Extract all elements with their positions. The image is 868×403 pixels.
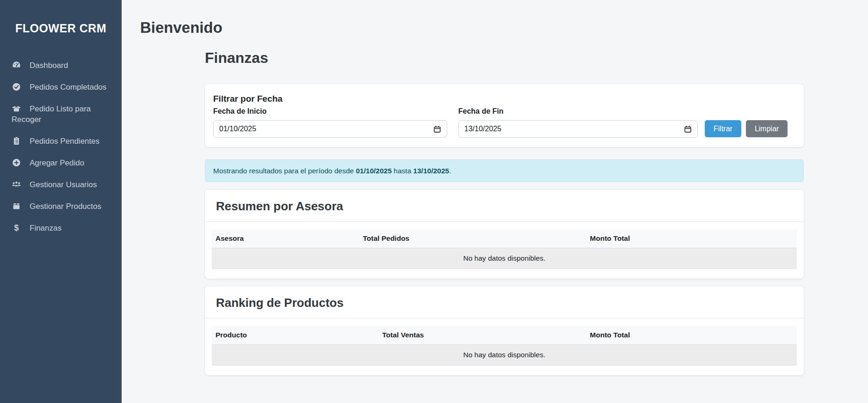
alert-end-date: 13/10/2025 xyxy=(413,167,449,175)
summary-table: Asesora Total Pedidos Monto Total No hay… xyxy=(212,229,797,269)
column-header-monto-total: Monto Total xyxy=(586,326,797,345)
clipboard-list-icon xyxy=(12,136,21,146)
sidebar-item-label: Agregar Pedido xyxy=(30,159,84,167)
users-icon xyxy=(12,180,21,189)
box-open-icon xyxy=(12,104,21,113)
sidebar-nav: Dashboard Pedidos Completados Pedido Lis… xyxy=(0,55,122,239)
summary-card: Resumen por Asesora Asesora Total Pedido… xyxy=(205,190,804,279)
sidebar-item-dashboard[interactable]: Dashboard xyxy=(0,55,122,76)
sidebar-item-gestionar-usuarios[interactable]: Gestionar Usuarios xyxy=(0,174,122,195)
page-title: Bienvenido xyxy=(140,18,868,37)
table-header-row: Producto Total Ventas Monto Total xyxy=(212,326,797,345)
main-content: Bienvenido Finanzas Filtrar por Fecha Fe… xyxy=(122,0,868,403)
calendar-icon[interactable] xyxy=(684,125,692,133)
sidebar-item-label: Gestionar Usuarios xyxy=(30,180,97,189)
sidebar-item-label: Pedidos Pendientes xyxy=(30,137,99,146)
sidebar-item-finanzas[interactable]: $Finanzas xyxy=(0,217,122,239)
alert-start-date: 01/10/2025 xyxy=(356,167,392,175)
box-icon xyxy=(12,202,21,211)
app-window: FLOOWER CRM Dashboard Pedidos Completado… xyxy=(0,0,868,403)
end-date-input[interactable]: 13/10/2025 xyxy=(458,120,698,138)
ranking-table: Producto Total Ventas Monto Total No hay… xyxy=(212,326,797,366)
empty-state-message: No hay datos disponibles. xyxy=(212,248,797,269)
empty-state-message: No hay datos disponibles. xyxy=(212,345,797,366)
end-date-label: Fecha de Fin xyxy=(458,107,698,116)
alert-text: Mostrando resultados para el período des… xyxy=(213,167,356,175)
table-row: No hay datos disponibles. xyxy=(212,345,797,366)
calendar-icon[interactable] xyxy=(433,125,441,133)
start-date-input[interactable]: 01/10/2025 xyxy=(213,120,447,138)
ranking-card-title: Ranking de Productos xyxy=(205,287,804,318)
sidebar-item-label: Finanzas xyxy=(30,224,62,232)
tachometer-icon xyxy=(12,61,21,70)
start-date-label: Fecha de Inicio xyxy=(213,107,447,116)
limpiar-button[interactable]: Limpiar xyxy=(746,120,788,137)
table-row: No hay datos disponibles. xyxy=(212,248,797,269)
plus-circle-icon xyxy=(12,158,21,167)
brand-title: FLOOWER CRM xyxy=(0,0,122,35)
end-date-value: 13/10/2025 xyxy=(464,125,501,133)
start-date-value: 01/10/2025 xyxy=(219,125,256,133)
sidebar-item-label: Pedido Listo para Recoger xyxy=(12,104,91,124)
ranking-card: Ranking de Productos Producto Total Vent… xyxy=(205,287,804,375)
sidebar-item-pedido-listo[interactable]: Pedido Listo para Recoger xyxy=(0,98,122,130)
section-title-finanzas: Finanzas xyxy=(205,49,804,67)
sidebar-item-label: Pedidos Completados xyxy=(30,83,106,92)
filter-card: Filtrar por Fecha Fecha de Inicio 01/10/… xyxy=(205,84,804,147)
check-circle-icon xyxy=(12,82,21,92)
column-header-total-pedidos: Total Pedidos xyxy=(359,229,586,248)
column-header-monto-total: Monto Total xyxy=(586,229,797,248)
alert-text: hasta xyxy=(392,167,413,175)
table-header-row: Asesora Total Pedidos Monto Total xyxy=(212,229,797,248)
alert-text: . xyxy=(449,167,451,175)
sidebar-item-label: Gestionar Productos xyxy=(30,202,101,211)
sidebar-item-agregar-pedido[interactable]: Agregar Pedido xyxy=(0,152,122,174)
column-header-asesora: Asesora xyxy=(212,229,359,248)
period-info-alert: Mostrando resultados para el período des… xyxy=(205,159,804,182)
summary-card-title: Resumen por Asesora xyxy=(205,190,804,222)
dollar-icon: $ xyxy=(12,223,21,232)
column-header-producto: Producto xyxy=(212,326,379,345)
sidebar-item-gestionar-productos[interactable]: Gestionar Productos xyxy=(0,195,122,217)
sidebar-item-label: Dashboard xyxy=(30,61,68,70)
sidebar: FLOOWER CRM Dashboard Pedidos Completado… xyxy=(0,0,122,403)
svg-text:$: $ xyxy=(14,223,18,232)
column-header-total-ventas: Total Ventas xyxy=(379,326,586,345)
sidebar-item-pedidos-pendientes[interactable]: Pedidos Pendientes xyxy=(0,130,122,152)
filter-title: Filtrar por Fecha xyxy=(213,93,795,104)
filtrar-button[interactable]: Filtrar xyxy=(705,120,741,137)
sidebar-item-pedidos-completados[interactable]: Pedidos Completados xyxy=(0,76,122,98)
